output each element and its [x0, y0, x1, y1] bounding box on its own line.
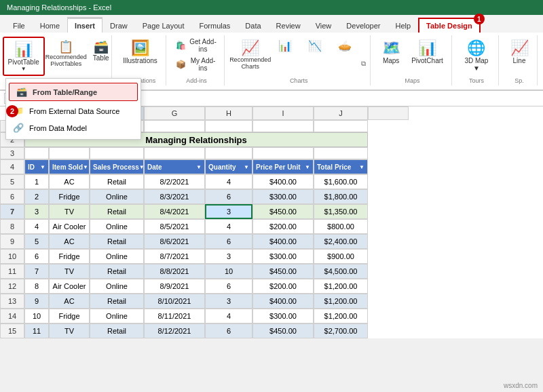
cell-14-qty[interactable]: 4 — [205, 309, 252, 324]
cell-9-item[interactable]: AC — [49, 234, 90, 249]
cell-7-date[interactable]: 8/4/2021 — [144, 204, 205, 219]
recommended-charts-button[interactable]: 📈 Recommended Charts — [231, 37, 269, 73]
pivotchart-button[interactable]: 📊 PivotChart — [407, 37, 447, 67]
cell-d3[interactable] — [24, 147, 49, 159]
cell-13-sales[interactable]: Retail — [90, 294, 144, 309]
cell-6-qty[interactable]: 6 — [205, 189, 252, 204]
cell-12-id[interactable]: 8 — [24, 279, 49, 294]
tab-insert[interactable]: Insert — [67, 17, 102, 33]
cell-9-date[interactable]: 8/6/2021 — [144, 234, 205, 249]
cell-6-item[interactable]: Fridge — [49, 189, 90, 204]
cell-13-qty[interactable]: 3 — [205, 294, 252, 309]
cell-10-id[interactable]: 6 — [24, 249, 49, 264]
cell-6-id[interactable]: 2 — [24, 189, 49, 204]
cell-5-date[interactable]: 8/2/2021 — [144, 174, 205, 189]
cell-f3[interactable] — [90, 147, 144, 159]
cell-12-sales[interactable]: Online — [90, 279, 144, 294]
cell-11-sales[interactable]: Retail — [90, 264, 144, 279]
cell-11-id[interactable]: 7 — [24, 264, 49, 279]
pivottable-button[interactable]: 📊 PivotTable ▼ — [3, 37, 45, 76]
illustrations-button[interactable]: 🖼️ Illustrations — [119, 37, 162, 67]
cell-i1[interactable] — [252, 120, 314, 132]
tab-formulas[interactable]: Formulas — [192, 18, 238, 33]
cell-5-ppu[interactable]: $400.00 — [252, 174, 314, 189]
table-header-date[interactable]: Date ▼ — [144, 159, 205, 174]
my-addins-button[interactable]: 📦 My Add-ins — [173, 56, 220, 73]
cell-15-item[interactable]: TV — [49, 324, 90, 338]
cell-10-sales[interactable]: Online — [90, 249, 144, 264]
cell-5-id[interactable]: 1 — [24, 174, 49, 189]
cell-8-id[interactable]: 4 — [24, 219, 49, 234]
cell-8-ppu[interactable]: $200.00 — [252, 219, 314, 234]
cell-6-tp[interactable]: $1,800.00 — [314, 189, 368, 204]
line-sparkline-button[interactable]: 📈 Line — [506, 37, 533, 67]
cell-h3[interactable] — [205, 147, 252, 159]
table-header-sales[interactable]: Sales Process ▼ — [90, 159, 144, 174]
cell-13-ppu[interactable]: $400.00 — [252, 294, 314, 309]
cell-15-date[interactable]: 8/12/2021 — [144, 324, 205, 338]
tab-page-layout[interactable]: Page Layout — [135, 18, 192, 33]
qty-dropdown-arrow[interactable]: ▼ — [244, 164, 249, 170]
tab-help[interactable]: Help — [388, 18, 418, 33]
cell-9-qty[interactable]: 6 — [205, 234, 252, 249]
cell-7-id[interactable]: 3 — [24, 204, 49, 219]
cell-g1[interactable] — [144, 120, 205, 132]
ppu-dropdown-arrow[interactable]: ▼ — [305, 164, 310, 170]
recommended-pivottables-button[interactable]: 📋 Recommended PivotTables — [48, 37, 85, 71]
cell-10-qty[interactable]: 3 — [205, 249, 252, 264]
line-charts-button[interactable]: 📉 — [301, 37, 329, 55]
cell-7-item[interactable]: TV — [49, 204, 90, 219]
tab-review[interactable]: Review — [269, 18, 308, 33]
cell-12-tp[interactable]: $1,200.00 — [314, 279, 368, 294]
cell-15-id[interactable]: 11 — [24, 324, 49, 338]
sales-dropdown-arrow[interactable]: ▼ — [139, 164, 144, 170]
cell-12-qty[interactable]: 6 — [205, 279, 252, 294]
cell-13-id[interactable]: 9 — [24, 294, 49, 309]
get-addins-button[interactable]: 🛍️ Get Add-ins — [173, 37, 220, 54]
table-header-ppu[interactable]: Price Per Unit ▼ — [252, 159, 314, 174]
cell-12-item[interactable]: Air Cooler — [49, 279, 90, 294]
cell-5-qty[interactable]: 4 — [205, 174, 252, 189]
cell-9-sales[interactable]: Retail — [90, 234, 144, 249]
tab-table-design[interactable]: Table Design 1 — [418, 18, 481, 33]
cell-10-item[interactable]: Fridge — [49, 249, 90, 264]
cell-8-item[interactable]: Air Cooler — [49, 219, 90, 234]
cell-5-item[interactable]: AC — [49, 174, 90, 189]
table-header-qty[interactable]: Quantity ▼ — [205, 159, 252, 174]
cell-6-sales[interactable]: Online — [90, 189, 144, 204]
table-header-id[interactable]: ID ▼ — [24, 159, 49, 174]
tab-view[interactable]: View — [308, 18, 339, 33]
cell-8-qty[interactable]: 4 — [205, 219, 252, 234]
cell-5-tp[interactable]: $1,600.00 — [314, 174, 368, 189]
tab-developer[interactable]: Developer — [339, 18, 388, 33]
cell-9-ppu[interactable]: $400.00 — [252, 234, 314, 249]
cell-7-ppu[interactable]: $450.00 — [252, 204, 314, 219]
cell-14-sales[interactable]: Online — [90, 309, 144, 324]
cell-8-tp[interactable]: $800.00 — [314, 219, 368, 234]
cell-5-sales[interactable]: Retail — [90, 174, 144, 189]
cell-14-ppu[interactable]: $300.00 — [252, 309, 314, 324]
tab-data[interactable]: Data — [238, 18, 268, 33]
cell-11-tp[interactable]: $4,500.00 — [314, 264, 368, 279]
table-header-item[interactable]: Item Sold ▼ — [49, 159, 90, 174]
cell-i3[interactable] — [252, 147, 314, 159]
tab-home[interactable]: Home — [33, 18, 67, 33]
cell-13-date[interactable]: 8/10/2021 — [144, 294, 205, 309]
cell-10-date[interactable]: 8/7/2021 — [144, 249, 205, 264]
cell-7-sales[interactable]: Retail — [90, 204, 144, 219]
cell-g3[interactable] — [144, 147, 205, 159]
cell-14-tp[interactable]: $1,200.00 — [314, 309, 368, 324]
bar-charts-button[interactable]: 📊 — [272, 37, 299, 55]
cell-8-sales[interactable]: Online — [90, 219, 144, 234]
cell-10-tp[interactable]: $900.00 — [314, 249, 368, 264]
dropdown-item-from-external[interactable]: 📁 From External Data Source — [6, 102, 141, 119]
cell-11-date[interactable]: 8/8/2021 — [144, 264, 205, 279]
cell-e3[interactable] — [49, 147, 90, 159]
cell-8-date[interactable]: 8/5/2021 — [144, 219, 205, 234]
cell-7-qty[interactable]: 3 — [205, 204, 252, 219]
cell-7-tp[interactable]: $1,350.00 — [314, 204, 368, 219]
cell-12-ppu[interactable]: $200.00 — [252, 279, 314, 294]
dropdown-item-from-table[interactable]: 🗃️ From Table/Range — [9, 83, 138, 101]
id-dropdown-arrow[interactable]: ▼ — [40, 164, 45, 170]
cell-11-ppu[interactable]: $450.00 — [252, 264, 314, 279]
